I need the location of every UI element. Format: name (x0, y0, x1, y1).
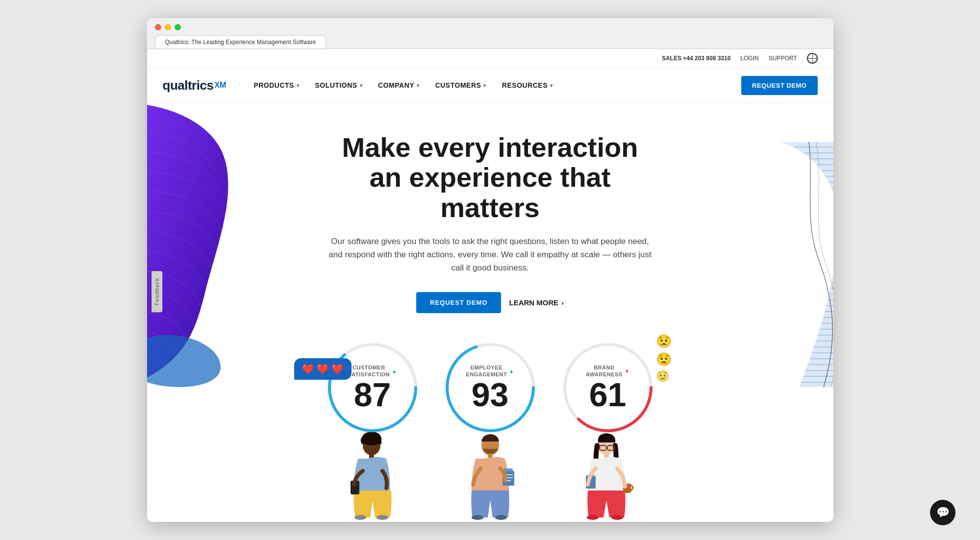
feedback-tab[interactable]: Feedback (151, 271, 162, 312)
gauge-customer-satisfaction: CUSTOMERSATISFACTION ▲ 87 (324, 339, 422, 437)
dot-green[interactable] (175, 24, 181, 30)
logo[interactable]: qualtricsXM (163, 78, 226, 93)
dot-red[interactable] (155, 24, 161, 30)
blob-right-decoration (760, 142, 833, 387)
globe-icon[interactable] (807, 53, 818, 64)
nav-label-company: COMPANY (378, 81, 414, 89)
trend-up-icon-2: ▲ (509, 368, 514, 374)
chevron-down-icon: ▾ (550, 83, 553, 88)
svg-point-74 (587, 515, 599, 520)
chat-widget[interactable]: 💬 (930, 500, 955, 525)
gauge-inner-2: EMPLOYEEENGAGEMENT ▲ 93 (466, 364, 514, 412)
hero-subtitle: Our software gives you the tools to ask … (324, 235, 657, 275)
hero-content: Make every interaction an experience tha… (304, 103, 677, 313)
heart-icon-3: ❤️ (331, 363, 344, 375)
nav-item-resources[interactable]: RESOURCES ▾ (494, 68, 561, 102)
chevron-down-icon: ▾ (483, 83, 486, 88)
trend-down-icon: ▼ (625, 368, 629, 374)
nav-item-customers[interactable]: CUSTOMERS ▾ (427, 68, 494, 102)
main-nav: qualtricsXM PRODUCTS ▾ SOLUTIONS ▾ COMPA… (147, 69, 833, 103)
nav-item-solutions[interactable]: SOLUTIONS ▾ (307, 68, 370, 102)
trend-up-icon-1: ▲ (392, 368, 397, 374)
login-link[interactable]: LOGIN (740, 55, 758, 62)
svg-point-49 (377, 515, 388, 520)
heart-icon-2: ❤️ (317, 363, 329, 375)
person-svg-1 (343, 432, 402, 520)
svg-point-59 (472, 515, 483, 520)
learn-more-button[interactable]: LEARN MORE › (509, 298, 564, 307)
chat-widget-icon: 💬 (936, 506, 950, 519)
browser-tab[interactable]: Qualtrics: The Leading Experience Manage… (155, 35, 327, 49)
metric-value-1: 87 (354, 378, 391, 411)
hero-title-line2: an experience that matters (370, 162, 611, 223)
metric-customer-satisfaction: ❤️ ❤️ ❤️ CUST (324, 339, 422, 522)
heart-icon-1: ❤️ (302, 363, 314, 375)
chevron-down-icon: ▾ (297, 83, 300, 88)
chevron-down-icon: ▾ (417, 83, 420, 88)
browser-dots (155, 24, 826, 30)
metric-employee-engagement: EMPLOYEEENGAGEMENT ▲ 93 (441, 339, 539, 522)
svg-point-75 (611, 515, 623, 520)
dot-yellow[interactable] (165, 24, 171, 30)
person-illustration-3 (576, 432, 640, 522)
logo-xm: XM (214, 81, 226, 90)
arrow-right-icon: › (561, 299, 564, 307)
emoji-faces: 😟 😟 😟 (656, 334, 672, 383)
blob-left-decoration (147, 103, 235, 387)
sales-number[interactable]: SALES +44 203 808 3310 (662, 55, 730, 62)
request-demo-nav-button[interactable]: REQUEST DEMO (741, 76, 817, 95)
svg-rect-0 (760, 142, 833, 387)
nav-label-customers: CUSTOMERS (435, 81, 481, 89)
person-svg-2 (461, 432, 520, 520)
learn-more-label: LEARN MORE (509, 298, 558, 307)
emoji-face-worried-1: 😟 (656, 334, 672, 349)
nav-item-products[interactable]: PRODUCTS ▾ (246, 68, 307, 102)
hero-title: Make every interaction an experience tha… (320, 132, 661, 223)
gauge-inner-3: BRANDAWARENESS ▼ 61 (586, 364, 629, 412)
gauge-employee-engagement: EMPLOYEEENGAGEMENT ▲ 93 (441, 339, 539, 437)
person-svg-3 (576, 432, 640, 520)
gauge-inner-1: CUSTOMERSATISFACTION ▲ 87 (348, 364, 397, 412)
svg-line-67 (598, 448, 600, 448)
browser-chrome: Qualtrics: The Leading Experience Manage… (147, 18, 833, 49)
support-link[interactable]: SUPPORT (769, 55, 797, 62)
hero-section: Feedback Make every interaction an exper… (147, 103, 833, 522)
metric-value-3: 61 (589, 378, 627, 411)
nav-links: PRODUCTS ▾ SOLUTIONS ▾ COMPANY ▾ CUSTOME… (246, 68, 741, 102)
person-illustration-1 (343, 432, 402, 522)
nav-label-resources: RESOURCES (502, 81, 548, 89)
nav-label-products: PRODUCTS (253, 81, 294, 89)
logo-text: qualtrics (163, 78, 214, 93)
nav-cta: REQUEST DEMO (741, 76, 817, 95)
emoji-face-worried-3: 😟 (656, 370, 672, 383)
top-bar: SALES +44 203 808 3310 LOGIN SUPPORT (147, 49, 833, 69)
chat-bubble: ❤️ ❤️ ❤️ (294, 358, 352, 380)
chevron-down-icon: ▾ (360, 83, 363, 88)
nav-label-solutions: SOLUTIONS (315, 81, 357, 89)
emoji-face-worried-2: 😟 (656, 352, 672, 367)
page: SALES +44 203 808 3310 LOGIN SUPPORT qua… (147, 49, 833, 522)
request-demo-hero-button[interactable]: REQUEST DEMO (416, 292, 501, 313)
hero-actions: REQUEST DEMO LEARN MORE › (320, 292, 661, 313)
svg-point-48 (354, 515, 366, 520)
metric-brand-awareness: 😟 😟 😟 BRANDAWARENESS ▼ (559, 339, 657, 522)
metrics-section: ❤️ ❤️ ❤️ CUST (279, 339, 701, 522)
metric-value-2: 93 (472, 378, 509, 411)
svg-point-60 (495, 515, 507, 520)
svg-line-68 (614, 448, 616, 448)
gauge-brand-awareness: BRANDAWARENESS ▼ 61 (559, 339, 657, 437)
feedback-label: Feedback (151, 271, 162, 312)
browser-window: Qualtrics: The Leading Experience Manage… (147, 18, 833, 522)
hero-title-line1: Make every interaction (342, 132, 638, 163)
nav-item-company[interactable]: COMPANY ▾ (370, 68, 427, 102)
browser-tab-bar: Qualtrics: The Leading Experience Manage… (155, 35, 826, 49)
person-illustration-2 (461, 432, 520, 522)
svg-rect-55 (504, 468, 513, 471)
